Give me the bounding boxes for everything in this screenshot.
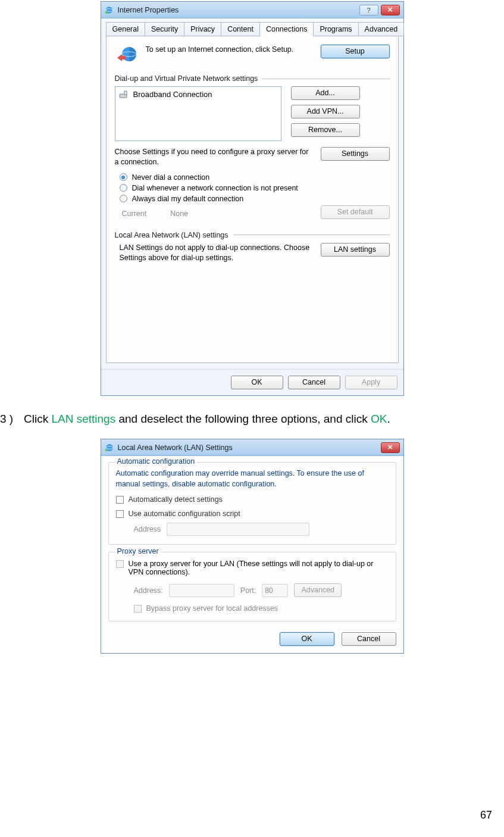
- connection-item-broadband[interactable]: Broadband Connection: [118, 89, 278, 100]
- titlebar[interactable]: Local Area Network (LAN) Settings ✕: [101, 439, 403, 456]
- page-number: 67: [480, 809, 492, 822]
- document-page: Internet Properties ? ✕ General Security…: [0, 1, 504, 837]
- tab-strip: General Security Privacy Content Connect…: [106, 22, 399, 36]
- checkbox-auto-script[interactable]: Use automatic configuration script: [116, 510, 389, 518]
- advanced-button: Advanced: [294, 583, 342, 597]
- tab-general[interactable]: General: [106, 22, 145, 36]
- auto-config-text: Automatic configuration may override man…: [116, 469, 389, 489]
- checkbox-bypass-local: Bypass proxy server for local addresses: [134, 604, 389, 613]
- setup-button[interactable]: Setup: [321, 45, 390, 58]
- step-instruction: 3 ) Click LAN settings and deselect the …: [0, 413, 476, 426]
- modem-icon: [119, 90, 129, 99]
- internet-options-icon: [105, 443, 114, 452]
- radio-dial-whenever[interactable]: Dial whenever a network connection is no…: [120, 184, 390, 192]
- dialog-button-bar: OK Cancel Apply: [101, 369, 403, 395]
- dialog-button-bar: OK Cancel: [108, 629, 396, 646]
- checkbox-icon: [116, 510, 124, 518]
- tab-pane-connections: To set up an Internet connection, click …: [106, 36, 399, 363]
- tab-connections[interactable]: Connections: [260, 22, 314, 36]
- group-legend: Automatic configuration: [115, 457, 198, 466]
- tab-privacy[interactable]: Privacy: [184, 22, 221, 36]
- apply-button: Apply: [345, 376, 397, 389]
- tab-programs[interactable]: Programs: [314, 22, 358, 36]
- step-number: 3 ): [0, 413, 24, 426]
- svg-point-9: [105, 448, 108, 451]
- lan-settings-button[interactable]: LAN settings: [321, 243, 390, 257]
- checkbox-label: Bypass proxy server for local addresses: [146, 604, 278, 613]
- step-text: Click LAN settings and deselect the foll…: [24, 413, 390, 426]
- setup-instruction-text: To set up an Internet connection, click …: [139, 45, 321, 54]
- radio-icon: [120, 173, 127, 181]
- proxy-port-label: Port:: [240, 586, 256, 595]
- group-proxy-server: Proxy server Use a proxy server for your…: [108, 552, 396, 621]
- lan-settings-window: Local Area Network (LAN) Settings ✕ Auto…: [101, 439, 404, 654]
- address-label: Address: [134, 525, 161, 533]
- window-title: Internet Properties: [118, 6, 179, 14]
- settings-button[interactable]: Settings: [321, 147, 390, 161]
- checkbox-icon: [116, 560, 124, 568]
- group-lan-label: Local Area Network (LAN) settings: [115, 231, 390, 239]
- radio-label: Dial whenever a network connection is no…: [132, 184, 298, 192]
- highlight-ok: OK: [371, 413, 387, 425]
- tab-advanced[interactable]: Advanced: [359, 22, 405, 36]
- checkbox-icon: [116, 496, 124, 504]
- add-vpn-button[interactable]: Add VPN...: [291, 105, 360, 118]
- checkbox-icon: [134, 605, 142, 613]
- svg-rect-6: [124, 91, 127, 95]
- proxy-address-label: Address:: [134, 586, 163, 595]
- window-body: General Security Privacy Content Connect…: [101, 18, 403, 369]
- group-legend: Proxy server: [115, 547, 161, 555]
- tab-security[interactable]: Security: [145, 22, 184, 36]
- checkbox-label: Automatically detect settings: [129, 495, 223, 504]
- connections-listbox[interactable]: Broadband Connection: [115, 86, 281, 141]
- help-button[interactable]: ?: [359, 5, 378, 15]
- proxy-port-input: 80: [262, 584, 288, 597]
- set-default-button: Set default: [321, 205, 390, 219]
- checkbox-label: Use automatic configuration script: [129, 510, 240, 518]
- group-automatic-configuration: Automatic configuration Automatic config…: [108, 462, 396, 545]
- add-button[interactable]: Add...: [291, 86, 360, 100]
- close-button[interactable]: ✕: [381, 5, 400, 15]
- ok-button[interactable]: OK: [280, 632, 334, 646]
- internet-properties-window: Internet Properties ? ✕ General Security…: [101, 1, 404, 396]
- checkbox-label: Use a proxy server for your LAN (These s…: [129, 560, 389, 576]
- highlight-lan-settings: LAN settings: [51, 413, 115, 425]
- cancel-button[interactable]: Cancel: [342, 632, 396, 646]
- radio-icon: [120, 184, 127, 192]
- connection-wizard-icon: [115, 45, 139, 65]
- connection-item-label: Broadband Connection: [133, 90, 212, 99]
- current-value: None: [170, 210, 188, 218]
- lan-note-text: LAN Settings do not apply to dial-up con…: [115, 243, 311, 263]
- radio-label: Always dial my default connection: [132, 195, 244, 203]
- ok-button[interactable]: OK: [231, 376, 283, 389]
- radio-label: Never dial a connection: [132, 173, 210, 182]
- group-dialup-label: Dial-up and Virtual Private Network sett…: [115, 74, 390, 83]
- proxy-instruction-text: Choose Settings if you need to configure…: [115, 147, 311, 167]
- tab-content[interactable]: Content: [221, 22, 260, 36]
- svg-point-2: [105, 11, 108, 14]
- window-title: Local Area Network (LAN) Settings: [118, 444, 233, 452]
- internet-options-icon: [105, 5, 114, 15]
- radio-icon: [120, 195, 127, 202]
- radio-always-dial[interactable]: Always dial my default connection: [120, 195, 390, 203]
- remove-button[interactable]: Remove...: [291, 123, 360, 137]
- window-body: Automatic configuration Automatic config…: [101, 456, 403, 653]
- radio-never-dial[interactable]: Never dial a connection: [120, 173, 390, 182]
- current-label: Current: [122, 210, 147, 218]
- titlebar[interactable]: Internet Properties ? ✕: [101, 2, 403, 18]
- address-input: [167, 523, 309, 536]
- cancel-button[interactable]: Cancel: [288, 376, 340, 389]
- close-button[interactable]: ✕: [381, 442, 400, 453]
- proxy-address-input: [169, 584, 234, 597]
- checkbox-use-proxy[interactable]: Use a proxy server for your LAN (These s…: [116, 560, 389, 576]
- checkbox-auto-detect[interactable]: Automatically detect settings: [116, 495, 389, 504]
